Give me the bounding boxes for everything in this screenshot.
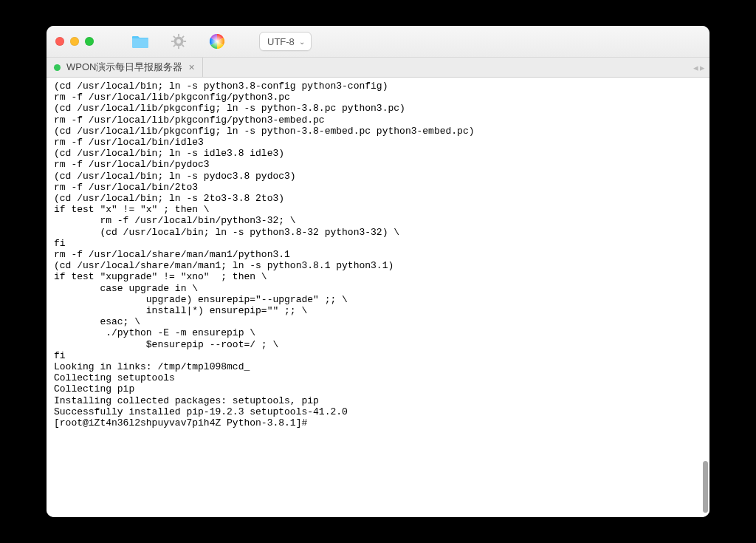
status-dot-icon [54,64,61,71]
svg-point-10 [210,34,224,49]
chevron-right-icon: ▸ [700,62,705,73]
color-button[interactable] [206,30,228,52]
close-tab-icon[interactable]: × [188,62,194,72]
chevron-down-icon: ⌄ [299,38,305,46]
gear-icon [171,33,187,49]
minimize-button[interactable] [70,37,79,46]
svg-rect-4 [183,41,186,42]
chevron-left-icon: ◂ [693,62,698,73]
folder-icon [131,34,149,49]
close-button[interactable] [55,37,64,46]
color-wheel-icon [210,34,224,49]
scrollbar-thumb[interactable] [703,461,708,513]
svg-rect-1 [178,34,179,37]
svg-point-9 [176,39,181,44]
svg-rect-3 [171,41,174,42]
tab-bar: WPON演示每日早报服务器 × ◂ ▸ [47,58,709,78]
folder-button[interactable] [129,30,151,52]
titlebar: UTF-8 ⌄ [47,26,709,58]
traffic-lights [55,37,94,46]
terminal-output[interactable]: (cd /usr/local/bin; ln -s python3.8-conf… [47,78,709,517]
tab-session-0[interactable]: WPON演示每日早报服务器 × [47,58,203,77]
terminal-window: UTF-8 ⌄ WPON演示每日早报服务器 × ◂ ▸ (cd /usr/loc… [47,26,709,517]
tab-overflow-arrows[interactable]: ◂ ▸ [693,58,709,77]
settings-button[interactable] [168,30,190,52]
encoding-select-label: UTF-8 [267,36,295,47]
terminal-area: (cd /usr/local/bin; ln -s python3.8-conf… [47,78,709,517]
encoding-select[interactable]: UTF-8 ⌄ [259,32,312,51]
tab-title: WPON演示每日早报服务器 [66,61,182,74]
zoom-button[interactable] [85,37,94,46]
svg-rect-2 [178,46,179,49]
